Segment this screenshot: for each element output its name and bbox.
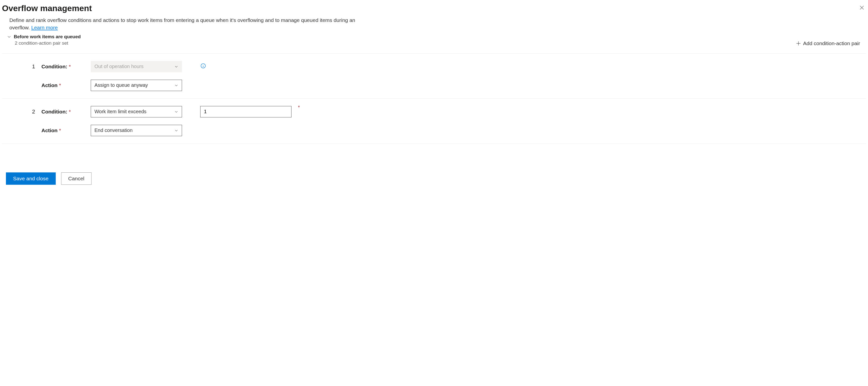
required-indicator: * (298, 105, 300, 110)
condition-select-value: Out of operation hours (94, 64, 144, 69)
svg-point-6 (203, 65, 203, 65)
condition-action-pair: 1Condition:*Out of operation hoursAction… (2, 54, 866, 99)
save-and-close-button[interactable]: Save and close (6, 172, 56, 185)
close-icon (859, 5, 865, 10)
page-title: Overflow management (2, 3, 92, 13)
condition-select-value: Work item limit exceeds (94, 109, 147, 114)
cancel-button[interactable]: Cancel (61, 172, 92, 185)
action-label: Action* (41, 82, 91, 88)
condition-action-pair: 2Condition:*Work item limit exceeds*Acti… (2, 99, 866, 144)
plus-icon (796, 41, 801, 46)
condition-label: Condition:* (41, 64, 91, 69)
condition-label: Condition:* (41, 109, 91, 115)
condition-value-input[interactable] (200, 106, 291, 117)
action-label: Action* (41, 127, 91, 133)
action-select[interactable]: End conversation (91, 125, 182, 136)
action-select-value: Assign to queue anyway (94, 82, 148, 88)
pair-ordinal: 1 (2, 63, 41, 70)
pair-ordinal: 2 (2, 109, 41, 115)
page-description: Define and rank overflow conditions and … (2, 17, 372, 32)
description-text: Define and rank overflow conditions and … (9, 17, 355, 30)
chevron-down-icon (174, 65, 178, 68)
condition-select[interactable]: Work item limit exceeds (91, 106, 182, 117)
chevron-down-icon (174, 128, 178, 132)
info-icon[interactable] (200, 63, 206, 69)
learn-more-link[interactable]: Learn more (31, 25, 58, 30)
add-condition-action-pair-button[interactable]: Add condition-action pair (795, 39, 861, 48)
chevron-down-icon (174, 83, 178, 87)
section-title: Before work items are queued (14, 34, 81, 39)
chevron-down-icon (174, 110, 178, 114)
action-select-value: End conversation (94, 127, 133, 133)
condition-select: Out of operation hours (91, 61, 182, 72)
close-button[interactable] (858, 3, 866, 12)
add-condition-action-pair-label: Add condition-action pair (803, 40, 860, 47)
chevron-down-icon[interactable] (7, 34, 11, 39)
action-select[interactable]: Assign to queue anyway (91, 80, 182, 91)
